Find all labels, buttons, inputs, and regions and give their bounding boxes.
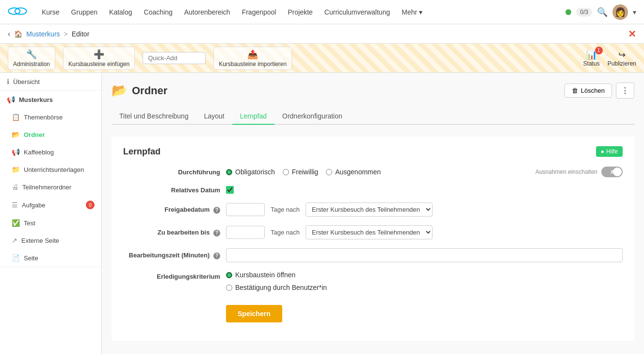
freigabedatum-input[interactable] (226, 203, 265, 216)
content-area: 📂 Ordner 🗑 Löschen ⋮ Titel und Beschreib… (102, 73, 644, 354)
test-label: Test (24, 219, 35, 227)
bearbeitungszeit-info-icon[interactable]: ? (213, 253, 220, 259)
ausnahmen-toggle-row: Ausnahmen einschalten AUS (535, 167, 623, 177)
status-label: Status (583, 60, 600, 67)
save-button[interactable]: Speichern (226, 305, 282, 322)
freigabedatum-info-icon[interactable]: ? (213, 207, 220, 214)
relatives-datum-checkbox[interactable] (226, 186, 234, 194)
help-button[interactable]: ● Hilfe (596, 146, 623, 157)
trash-icon: 🗑 (572, 87, 578, 94)
avatar[interactable]: 👩 (612, 4, 628, 20)
sidebar-item-externe-seite[interactable]: ↗ Externe Seite (0, 232, 101, 249)
sidebar-overview-section: ℹ Übersicht (0, 73, 101, 91)
ausgenommen-label: Ausgenommen (335, 168, 381, 176)
tab-titel-beschreibung[interactable]: Titel und Beschreibung (112, 108, 196, 125)
ausnahmen-label: Ausnahmen einschalten (535, 169, 597, 175)
sidebar-item-seite[interactable]: 📄 Seite (0, 249, 101, 267)
externe-seite-label: Externe Seite (21, 237, 59, 244)
test-icon: ✅ (12, 219, 20, 227)
bearbeitungszeit-row: Bearbeitungszeit (Minuten) ? (123, 248, 623, 262)
sidebar-course-label: Musterkurs (19, 96, 53, 103)
tabs: Titel und Beschreibung Layout Lernpfad O… (112, 108, 634, 125)
zu-bearbeiten-dropdown[interactable]: Erster Kursbesuch des Teilnehmenden (306, 225, 433, 239)
nav-kurse[interactable]: Kurse (37, 5, 64, 19)
home-icon: 🏠 (14, 30, 22, 38)
ordner-label: Ordner (24, 131, 45, 138)
logo[interactable] (8, 4, 27, 20)
sidebar-item-uebersicht[interactable]: ℹ Übersicht (0, 73, 101, 90)
publish-label: Publizieren (608, 60, 636, 67)
help-icon: ● (601, 148, 604, 155)
sidebar-item-themenboerse[interactable]: 📋 Themenbörse (0, 108, 101, 126)
sidebar-uebersicht-label: Übersicht (13, 78, 40, 85)
upload-icon: 📤 (247, 49, 258, 60)
import-button[interactable]: 📤 Kursbausteine importieren (213, 47, 292, 70)
sidebar-course-section: 📢 Musterkurs 📋 Themenbörse 📂 Ordner 📢 Ka… (0, 91, 101, 267)
publish-button[interactable]: ↪ Publizieren (608, 50, 636, 67)
bearbeitungszeit-input[interactable] (226, 248, 623, 262)
nav-coaching[interactable]: Coaching (139, 5, 177, 19)
zu-bearbeiten-info-icon[interactable]: ? (213, 230, 220, 236)
radio-bestaetigung[interactable]: Bestätigung durch Benutzer*in (226, 284, 327, 291)
tage-nach-2: Tage nach (271, 229, 300, 236)
nav-gruppen[interactable]: Gruppen (66, 5, 102, 19)
nav-katalog[interactable]: Katalog (104, 5, 137, 19)
sidebar-item-aufgabe[interactable]: ☰ Aufgabe 0 (0, 196, 101, 214)
radio-kursbaustein-oeffnen[interactable]: Kursbaustein öffnen (226, 271, 327, 279)
freigabedatum-dropdown[interactable]: Erster Kursbesuch des Teilnehmenden (306, 202, 433, 217)
toggle-state: AUS (611, 169, 621, 175)
sidebar-course-header[interactable]: 📢 Musterkurs (0, 91, 101, 108)
close-editor-button[interactable]: ✕ (628, 28, 636, 40)
folder-icon: 📂 (112, 83, 127, 98)
sidebar-item-teilnehmerordner[interactable]: 🖨 Teilnehmerordner (0, 178, 101, 196)
form-section: Lernpfad ● Hilfe Durchführung Obligatori… (112, 136, 634, 341)
search-icon[interactable]: 🔍 (597, 7, 608, 17)
sidebar-item-unterrichtsunterlagen[interactable]: 📁 Unterrichtsunterlagen (0, 161, 101, 178)
radio-ausgenommen[interactable]: Ausgenommen (326, 168, 381, 176)
kaffeeblog-label: Kaffeeblog (24, 149, 54, 156)
durchfuehrung-radio-group: Obligatorisch Freiwillig Ausgenommen (226, 168, 381, 176)
wrench-icon: 🔧 (26, 49, 37, 60)
sidebar-item-kaffeeblog[interactable]: 📢 Kaffeeblog (0, 143, 101, 161)
tab-ordnerkonfiguration[interactable]: Ordnerkonfiguration (274, 108, 350, 125)
tab-layout[interactable]: Layout (196, 108, 232, 125)
breadcrumb-home[interactable]: Musterkurs (26, 30, 60, 38)
nav-autorenbereich[interactable]: Autorenbereich (179, 5, 235, 19)
nav-curriculumverwaltung[interactable]: Curriculumverwaltung (320, 5, 395, 19)
online-status-dot (565, 9, 571, 15)
externe-seite-icon: ↗ (12, 236, 17, 244)
quick-add-input[interactable] (143, 52, 206, 64)
editor-toolbar: 🔧 Administration ➕ Kursbausteine einfüge… (0, 44, 644, 73)
ausnahmen-toggle[interactable]: AUS (601, 167, 623, 177)
delete-button[interactable]: 🗑 Löschen (564, 84, 612, 98)
nav-projekte[interactable]: Projekte (283, 5, 317, 19)
administration-button[interactable]: 🔧 Administration (8, 47, 55, 70)
freigabedatum-row: Freigabedatum ? Tage nach Erster Kursbes… (123, 202, 623, 217)
avatar-dropdown-icon[interactable]: ▾ (633, 8, 636, 16)
kaffeeblog-icon: 📢 (12, 148, 20, 156)
form-section-title: Lernpfad ● Hilfe (123, 146, 623, 157)
nav-fragenpool[interactable]: Fragenpool (237, 5, 281, 19)
status-button[interactable]: 1 📊 Status (583, 50, 600, 67)
nav-mehr[interactable]: Mehr ▾ (397, 5, 427, 19)
insert-button[interactable]: ➕ Kursbausteine einfügen (63, 47, 135, 70)
aufgabe-badge: 0 (86, 201, 95, 209)
radio-freiwillig[interactable]: Freiwillig (283, 168, 318, 176)
kursbaustein-oeffnen-label: Kursbaustein öffnen (235, 271, 295, 279)
score-badge: 0/3 (576, 8, 592, 17)
zu-bearbeiten-input[interactable] (226, 226, 265, 239)
obligatorisch-label: Obligatorisch (235, 168, 275, 176)
radio-obligatorisch[interactable]: Obligatorisch (226, 168, 275, 176)
tab-lernpfad[interactable]: Lernpfad (232, 108, 274, 125)
bearbeitungszeit-label: Bearbeitungszeit (Minuten) ? (123, 252, 220, 259)
info-icon: ℹ (7, 78, 9, 85)
svg-point-1 (15, 8, 27, 14)
freigabedatum-label: Freigabedatum ? (123, 206, 220, 214)
sidebar-item-test[interactable]: ✅ Test (0, 214, 101, 232)
more-options-button[interactable]: ⋮ (616, 83, 634, 99)
teilnehmerordner-label: Teilnehmerordner (22, 184, 71, 191)
back-arrow[interactable]: ‹ (8, 30, 10, 38)
seite-label: Seite (24, 254, 38, 262)
sidebar-item-ordner[interactable]: 📂 Ordner (0, 126, 101, 143)
relatives-datum-checkbox-wrap[interactable] (226, 186, 234, 194)
